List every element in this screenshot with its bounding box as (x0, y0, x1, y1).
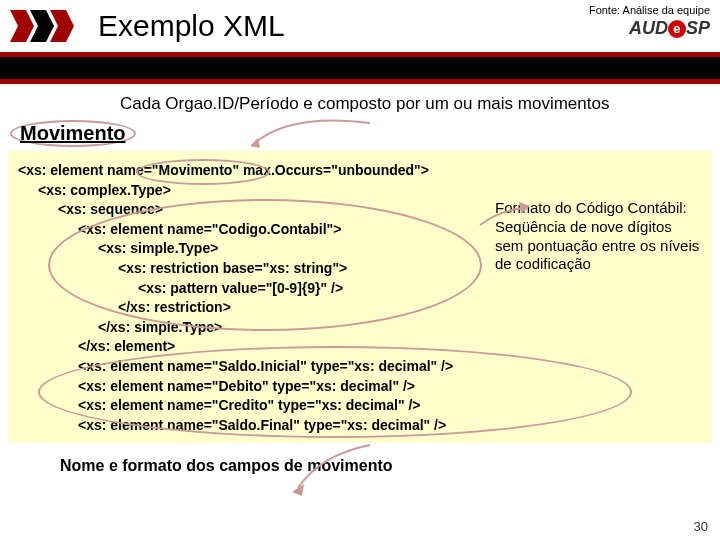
code-line: <xs: element name="Saldo.Inicial" type="… (78, 357, 702, 377)
header: Exemplo XML Fonte: Análise da equipe AUD… (0, 0, 720, 52)
code-line: </xs: simple.Type> (98, 318, 702, 338)
header-right: Fonte: Análise da equipe AUDeSP (589, 4, 710, 39)
code-line: </xs: element> (78, 337, 702, 357)
page-number: 30 (694, 519, 708, 534)
code-line: <xs: element name="Saldo.Final" type="xs… (78, 416, 702, 436)
code-line: <xs: complex.Type> (38, 181, 702, 201)
section-heading: Movimento (10, 120, 136, 147)
logo-icon (8, 2, 88, 50)
page-title: Exemplo XML (98, 9, 285, 43)
svg-marker-0 (10, 10, 34, 42)
header-stripe (0, 52, 720, 84)
caption-text: Nome e formato dos campos de movimento (60, 457, 720, 475)
brand-pre: AUD (629, 18, 668, 38)
brand-logo: AUDeSP (589, 18, 710, 39)
svg-marker-3 (250, 138, 260, 148)
code-line: <xs: element name="Debito" type="xs: dec… (78, 377, 702, 397)
annotation-text: Formato do Código Contábil: Seqüência de… (495, 199, 700, 274)
subtitle: Cada Orgao.ID/Período e composto por um … (120, 94, 720, 114)
code-line: <xs: pattern value="[0-9]{9}" /> (138, 279, 702, 299)
brand-post: SP (686, 18, 710, 38)
arrow-icon (250, 108, 380, 148)
code-line: </xs: restriction> (118, 298, 702, 318)
code-line: <xs: element name="Movimento" max.Occurs… (18, 161, 702, 181)
svg-marker-4 (292, 484, 304, 496)
source-label: Fonte: Análise da equipe (589, 4, 710, 16)
code-line: <xs: element name="Credito" type="xs: de… (78, 396, 702, 416)
brand-e-icon: e (668, 20, 686, 38)
code-block: <xs: element name="Movimento" max.Occurs… (8, 151, 712, 443)
